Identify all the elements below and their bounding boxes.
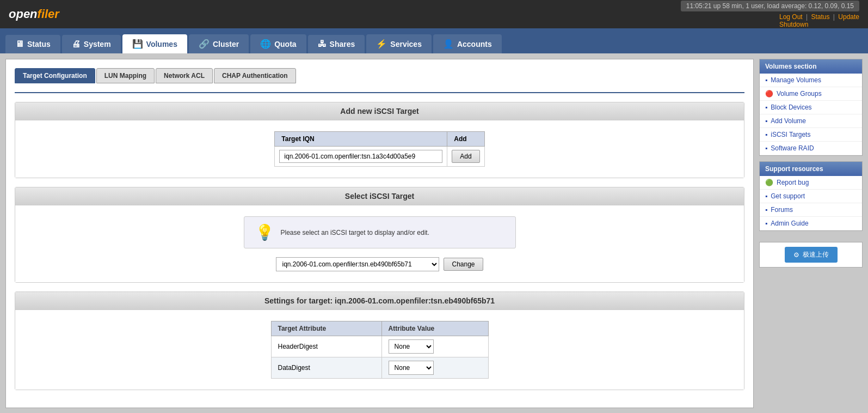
tab-volumes-label: Volumes (146, 40, 177, 48)
sidebar-item-software-raid[interactable]: ▪ Software RAID (760, 142, 862, 155)
tab-system-label: System (84, 40, 111, 48)
header-digest-label: HeaderDigest (271, 336, 381, 357)
sidebar-item-iscsi-targets[interactable]: ▪ iSCSI Targets (760, 128, 862, 142)
sub-tab-target-config[interactable]: Target Configuration (15, 68, 95, 83)
tab-cluster[interactable]: 🔗 Cluster (189, 34, 249, 53)
status-link[interactable]: Status (811, 13, 829, 21)
tab-services-label: Services (390, 40, 422, 48)
tab-shares[interactable]: 🖧 Shares (308, 35, 365, 53)
volumes-sidebar-section: Volumes section ▪ Manage Volumes 🔴 Volum… (759, 59, 863, 156)
block-devices-label: Block Devices (771, 104, 811, 111)
report-bug-label: Report bug (777, 179, 809, 186)
iscsi-icon: ▪ (765, 131, 767, 138)
volume-groups-label: Volume Groups (777, 90, 822, 98)
accounts-icon: 👤 (443, 39, 454, 49)
add-target-button[interactable]: Add (452, 150, 479, 163)
software-raid-icon: ▪ (765, 144, 767, 152)
select-target-row: iqn.2006-01.com.openfiler:tsn.eb490bf65b… (26, 257, 733, 271)
value-col-header: Attribute Value (381, 321, 488, 336)
add-target-section: Add new iSCSI Target Target IQN Add (15, 102, 744, 178)
cluster-icon: 🔗 (199, 39, 210, 49)
sidebar-item-block-devices[interactable]: ▪ Block Devices (760, 101, 862, 114)
header-digest-select[interactable]: None CRC32C (389, 339, 434, 354)
services-icon: ⚡ (376, 39, 387, 49)
shutdown-link[interactable]: Shutdown (779, 21, 808, 28)
upload-icon: ⚙ (793, 251, 799, 259)
add-target-form-row: Target IQN Add Add (26, 131, 733, 167)
add-col-header: Add (447, 132, 484, 147)
status-icon: 🖥 (15, 39, 24, 49)
header-links: Log Out | Status | Update Shutdown (779, 13, 859, 28)
support-sidebar-section: Support resources 🟢 Report bug ▪ Get sup… (759, 161, 863, 231)
data-digest-label: DataDigest (271, 357, 381, 379)
manage-volumes-icon: ▪ (765, 76, 767, 84)
bulb-icon: 💡 (255, 223, 274, 241)
settings-body: Target Attribute Attribute Value HeaderD… (15, 310, 744, 390)
tab-services[interactable]: ⚡ Services (366, 34, 432, 53)
sidebar-item-volume-groups[interactable]: 🔴 Volume Groups (760, 87, 862, 101)
settings-section: Settings for target: iqn.2006-01.com.ope… (15, 291, 744, 390)
manage-volumes-label: Manage Volumes (771, 76, 821, 84)
tab-quota-label: Quota (274, 40, 296, 48)
volumes-sidebar-header: Volumes section (760, 59, 862, 74)
admin-guide-icon: ▪ (765, 220, 767, 227)
info-text: Please select an iSCSI target to display… (281, 229, 430, 236)
admin-guide-label: Admin Guide (771, 220, 808, 227)
quota-icon: 🌐 (260, 39, 271, 49)
volumes-icon: 💾 (132, 39, 143, 49)
iscsi-targets-label: iSCSI Targets (771, 131, 810, 138)
main-layout: Target Configuration LUN Mapping Network… (0, 53, 868, 413)
shares-icon: 🖧 (318, 39, 327, 49)
data-digest-select[interactable]: None CRC32C (389, 361, 434, 375)
tab-status[interactable]: 🖥 Status (5, 35, 60, 53)
change-target-button[interactable]: Change (444, 258, 483, 271)
forums-label: Forums (771, 206, 793, 214)
system-info: 11:05:21 up 58 min, 1 user, load average… (681, 1, 859, 11)
sidebar-item-get-support[interactable]: ▪ Get support (760, 190, 862, 203)
tab-quota[interactable]: 🌐 Quota (250, 34, 306, 53)
tab-shares-label: Shares (330, 40, 355, 48)
tab-volumes[interactable]: 💾 Volumes (122, 34, 187, 53)
upload-button[interactable]: ⚙ 极速上传 (785, 247, 838, 263)
sidebar-item-forums[interactable]: ▪ Forums (760, 203, 862, 217)
settings-header: Settings for target: iqn.2006-01.com.ope… (15, 292, 744, 310)
sidebar-item-report-bug[interactable]: 🟢 Report bug (760, 176, 862, 190)
tab-separator (15, 92, 744, 93)
target-iqn-input[interactable] (279, 150, 442, 163)
sidebar-item-admin-guide[interactable]: ▪ Admin Guide (760, 217, 862, 230)
header-right: 11:05:21 up 58 min, 1 user, load average… (681, 1, 859, 28)
data-digest-value: None CRC32C (381, 357, 488, 379)
tab-system[interactable]: 🖨 System (62, 35, 121, 53)
attr-col-header: Target Attribute (271, 321, 381, 336)
report-bug-icon: 🟢 (765, 179, 773, 186)
sub-tab-lun-mapping[interactable]: LUN Mapping (96, 68, 155, 83)
get-support-label: Get support (771, 192, 805, 200)
sub-tab-chap-auth[interactable]: CHAP Authentication (214, 68, 296, 83)
add-volume-icon: ▪ (765, 117, 767, 125)
logout-link[interactable]: Log Out (779, 13, 803, 21)
target-iqn-col-header: Target IQN (275, 132, 447, 147)
sub-tab-network-acl[interactable]: Network ACL (156, 68, 213, 83)
logo: openfiler (9, 7, 59, 21)
sidebar-item-add-volume[interactable]: ▪ Add Volume (760, 114, 862, 128)
select-target-header: Select iSCSI Target (15, 187, 744, 205)
info-message-box: 💡 Please select an iSCSI target to displ… (244, 216, 516, 248)
target-dropdown[interactable]: iqn.2006-01.com.openfiler:tsn.eb490bf65b… (276, 257, 439, 271)
table-row: DataDigest None CRC32C (271, 357, 488, 379)
block-devices-icon: ▪ (765, 104, 767, 111)
select-target-section: Select iSCSI Target 💡 Please select an i… (15, 187, 744, 283)
nav-bar: 🖥 Status 🖨 System 💾 Volumes 🔗 Cluster 🌐 … (0, 28, 868, 53)
tab-cluster-label: Cluster (213, 40, 239, 48)
get-support-icon: ▪ (765, 192, 767, 200)
update-link[interactable]: Update (838, 13, 859, 21)
upload-area: ⚙ 极速上传 (759, 242, 863, 268)
header: openfiler 11:05:21 up 58 min, 1 user, lo… (0, 0, 868, 28)
tab-accounts[interactable]: 👤 Accounts (433, 34, 502, 53)
sidebar-item-manage-volumes[interactable]: ▪ Manage Volumes (760, 74, 862, 87)
volume-groups-icon: 🔴 (765, 90, 773, 98)
header-digest-value: None CRC32C (381, 336, 488, 357)
add-target-header: Add new iSCSI Target (15, 102, 744, 120)
sub-tabs: Target Configuration LUN Mapping Network… (15, 68, 744, 83)
settings-table: Target Attribute Attribute Value HeaderD… (271, 321, 489, 379)
content-area: Target Configuration LUN Mapping Network… (5, 59, 754, 408)
